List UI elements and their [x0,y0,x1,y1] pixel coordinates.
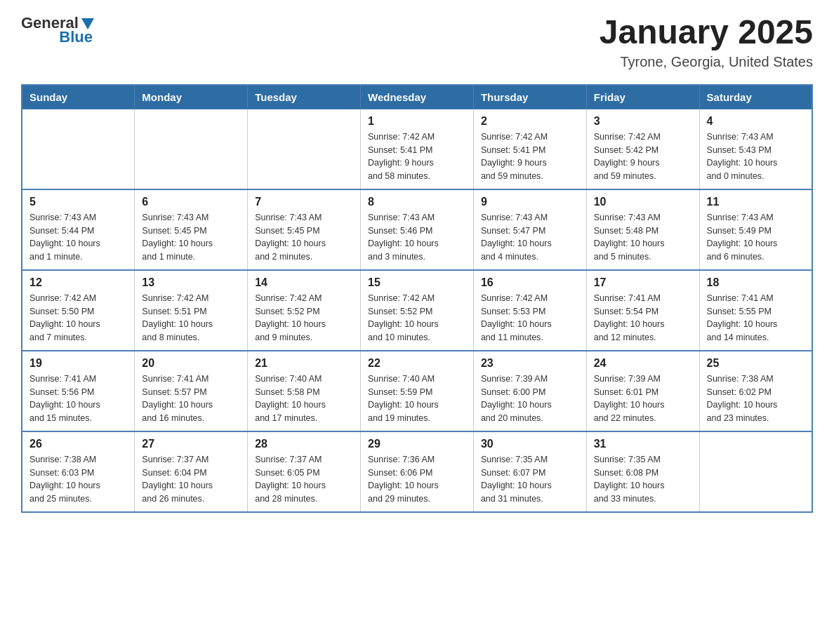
day-number: 10 [594,196,692,208]
day-info: Sunrise: 7:35 AM Sunset: 6:08 PM Dayligh… [594,453,692,506]
calendar-cell: 6Sunrise: 7:43 AM Sunset: 5:45 PM Daylig… [135,189,248,270]
day-info: Sunrise: 7:42 AM Sunset: 5:53 PM Dayligh… [481,292,579,344]
day-info: Sunrise: 7:42 AM Sunset: 5:42 PM Dayligh… [594,130,692,183]
calendar-cell: 24Sunrise: 7:39 AM Sunset: 6:01 PM Dayli… [586,351,699,431]
calendar-cell: 4Sunrise: 7:43 AM Sunset: 5:43 PM Daylig… [699,109,812,189]
day-info: Sunrise: 7:41 AM Sunset: 5:57 PM Dayligh… [142,373,240,425]
day-info: Sunrise: 7:43 AM Sunset: 5:49 PM Dayligh… [707,211,805,264]
calendar-header-thursday: Thursday [473,85,586,109]
day-info: Sunrise: 7:42 AM Sunset: 5:51 PM Dayligh… [142,292,240,344]
calendar-header-row: SundayMondayTuesdayWednesdayThursdayFrid… [22,85,812,109]
calendar-cell: 26Sunrise: 7:38 AM Sunset: 6:03 PM Dayli… [22,431,135,512]
calendar-header-sunday: Sunday [22,85,135,109]
day-number: 14 [255,276,353,289]
day-number: 15 [368,276,466,289]
calendar-cell: 17Sunrise: 7:41 AM Sunset: 5:54 PM Dayli… [586,270,699,351]
calendar-cell: 27Sunrise: 7:37 AM Sunset: 6:04 PM Dayli… [135,431,248,512]
calendar-week-row: 26Sunrise: 7:38 AM Sunset: 6:03 PM Dayli… [22,431,812,512]
page-subtitle: Tyrone, Georgia, United States [600,54,813,70]
day-info: Sunrise: 7:43 AM Sunset: 5:44 PM Dayligh… [29,211,127,264]
day-info: Sunrise: 7:42 AM Sunset: 5:50 PM Dayligh… [29,292,127,344]
day-number: 28 [255,438,353,450]
day-info: Sunrise: 7:41 AM Sunset: 5:55 PM Dayligh… [707,292,805,344]
calendar-cell: 23Sunrise: 7:39 AM Sunset: 6:00 PM Dayli… [473,351,586,431]
calendar-cell: 7Sunrise: 7:43 AM Sunset: 5:45 PM Daylig… [248,189,361,270]
calendar-header-friday: Friday [586,85,699,109]
day-info: Sunrise: 7:43 AM Sunset: 5:46 PM Dayligh… [368,211,466,264]
day-info: Sunrise: 7:37 AM Sunset: 6:04 PM Dayligh… [142,453,240,506]
day-info: Sunrise: 7:42 AM Sunset: 5:41 PM Dayligh… [481,130,579,183]
calendar-cell: 15Sunrise: 7:42 AM Sunset: 5:52 PM Dayli… [361,270,474,351]
day-number: 16 [481,276,579,289]
day-info: Sunrise: 7:37 AM Sunset: 6:05 PM Dayligh… [255,453,353,506]
day-number: 24 [594,357,692,370]
calendar-header-tuesday: Tuesday [248,85,361,109]
day-number: 31 [594,438,692,450]
day-info: Sunrise: 7:39 AM Sunset: 6:01 PM Dayligh… [594,373,692,425]
day-number: 9 [481,196,579,208]
calendar-cell: 14Sunrise: 7:42 AM Sunset: 5:52 PM Dayli… [248,270,361,351]
calendar-week-row: 1Sunrise: 7:42 AM Sunset: 5:41 PM Daylig… [22,109,812,189]
day-number: 19 [29,357,127,370]
day-info: Sunrise: 7:40 AM Sunset: 5:59 PM Dayligh… [368,373,466,425]
calendar-cell: 18Sunrise: 7:41 AM Sunset: 5:55 PM Dayli… [699,270,812,351]
day-number: 26 [29,438,127,450]
day-number: 25 [707,357,805,370]
day-info: Sunrise: 7:43 AM Sunset: 5:43 PM Dayligh… [707,130,805,183]
day-number: 23 [481,357,579,370]
day-number: 22 [368,357,466,370]
calendar-cell: 22Sunrise: 7:40 AM Sunset: 5:59 PM Dayli… [361,351,474,431]
calendar-cell: 13Sunrise: 7:42 AM Sunset: 5:51 PM Dayli… [135,270,248,351]
day-number: 27 [142,438,240,450]
day-number: 11 [707,196,805,208]
day-number: 2 [481,115,579,128]
day-info: Sunrise: 7:38 AM Sunset: 6:03 PM Dayligh… [29,453,127,506]
calendar-table: SundayMondayTuesdayWednesdayThursdayFrid… [21,84,813,513]
calendar-header-wednesday: Wednesday [361,85,474,109]
calendar-cell: 21Sunrise: 7:40 AM Sunset: 5:58 PM Dayli… [248,351,361,431]
calendar-cell: 20Sunrise: 7:41 AM Sunset: 5:57 PM Dayli… [135,351,248,431]
day-number: 30 [481,438,579,450]
calendar-cell: 11Sunrise: 7:43 AM Sunset: 5:49 PM Dayli… [699,189,812,270]
day-number: 20 [142,357,240,370]
calendar-cell: 25Sunrise: 7:38 AM Sunset: 6:02 PM Dayli… [699,351,812,431]
day-info: Sunrise: 7:38 AM Sunset: 6:02 PM Dayligh… [707,373,805,425]
calendar-cell: 30Sunrise: 7:35 AM Sunset: 6:07 PM Dayli… [473,431,586,512]
calendar-cell: 8Sunrise: 7:43 AM Sunset: 5:46 PM Daylig… [361,189,474,270]
calendar-cell [22,109,135,189]
page-header: General Blue January 2025 Tyrone, Georgi… [21,14,813,70]
day-number: 5 [29,196,127,208]
calendar-cell: 3Sunrise: 7:42 AM Sunset: 5:42 PM Daylig… [586,109,699,189]
day-info: Sunrise: 7:39 AM Sunset: 6:00 PM Dayligh… [481,373,579,425]
day-info: Sunrise: 7:35 AM Sunset: 6:07 PM Dayligh… [481,453,579,506]
calendar-week-row: 19Sunrise: 7:41 AM Sunset: 5:56 PM Dayli… [22,351,812,431]
day-info: Sunrise: 7:40 AM Sunset: 5:58 PM Dayligh… [255,373,353,425]
day-info: Sunrise: 7:43 AM Sunset: 5:45 PM Dayligh… [255,211,353,264]
logo-blue-text: Blue [59,28,93,46]
calendar-cell: 1Sunrise: 7:42 AM Sunset: 5:41 PM Daylig… [361,109,474,189]
day-number: 7 [255,196,353,208]
day-info: Sunrise: 7:41 AM Sunset: 5:56 PM Dayligh… [29,373,127,425]
page-title: January 2025 [600,14,813,51]
day-number: 3 [594,115,692,128]
day-number: 18 [707,276,805,289]
calendar-cell: 29Sunrise: 7:36 AM Sunset: 6:06 PM Dayli… [361,431,474,512]
calendar-cell: 28Sunrise: 7:37 AM Sunset: 6:05 PM Dayli… [248,431,361,512]
day-info: Sunrise: 7:43 AM Sunset: 5:47 PM Dayligh… [481,211,579,264]
day-number: 13 [142,276,240,289]
calendar-cell [135,109,248,189]
calendar-cell: 16Sunrise: 7:42 AM Sunset: 5:53 PM Dayli… [473,270,586,351]
calendar-cell: 5Sunrise: 7:43 AM Sunset: 5:44 PM Daylig… [22,189,135,270]
day-info: Sunrise: 7:43 AM Sunset: 5:45 PM Dayligh… [142,211,240,264]
day-number: 4 [707,115,805,128]
day-number: 21 [255,357,353,370]
day-number: 6 [142,196,240,208]
logo: General Blue [21,14,95,46]
calendar-cell: 10Sunrise: 7:43 AM Sunset: 5:48 PM Dayli… [586,189,699,270]
day-info: Sunrise: 7:42 AM Sunset: 5:41 PM Dayligh… [368,130,466,183]
calendar-week-row: 12Sunrise: 7:42 AM Sunset: 5:50 PM Dayli… [22,270,812,351]
calendar-cell [248,109,361,189]
calendar-week-row: 5Sunrise: 7:43 AM Sunset: 5:44 PM Daylig… [22,189,812,270]
day-info: Sunrise: 7:42 AM Sunset: 5:52 PM Dayligh… [255,292,353,344]
calendar-header-saturday: Saturday [699,85,812,109]
